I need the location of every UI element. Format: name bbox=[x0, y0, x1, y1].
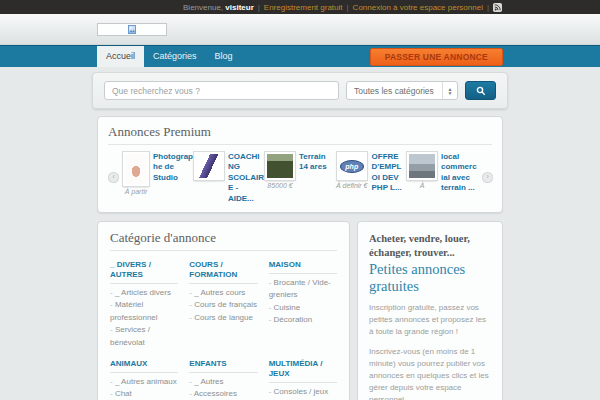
category-links: _ Autres Accessoires Baby sitting bbox=[189, 376, 257, 400]
topbar-links: | Enregistrement gratuit | Connexion à v… bbox=[258, 3, 483, 12]
category-group: _ DIVERS / AUTRES _ Articles divers Maté… bbox=[110, 260, 178, 349]
nav-tab[interactable]: Catégories bbox=[144, 46, 206, 67]
main-search-bar: Toutes les catégories ▲▼ bbox=[92, 72, 508, 109]
category-links: _ Autres cours Cours de français Cours d… bbox=[189, 287, 257, 324]
topbar: Bienvenue, visiteur | Enregistrement gra… bbox=[0, 0, 600, 14]
category-links: _ Articles divers Matériel professionnel… bbox=[110, 287, 178, 349]
nav-tab[interactable]: Accueil bbox=[97, 46, 144, 67]
premium-ad[interactable]: COACHING SCOLAIRE - AIDE... bbox=[194, 152, 265, 204]
separator: | bbox=[487, 3, 489, 12]
premium-ad-price: À bbox=[420, 182, 425, 189]
select-stepper-icon: ▲▼ bbox=[442, 82, 457, 99]
premium-ad-title[interactable]: Photographe de Studio bbox=[153, 152, 193, 204]
intro-heading: Acheter, vendre, louer, échanger, trouve… bbox=[369, 232, 491, 259]
category-group-link[interactable]: ENFANTS bbox=[189, 359, 257, 373]
category-link[interactable]: Décoration bbox=[269, 314, 337, 326]
category-link[interactable]: Services / bénévolat bbox=[110, 324, 178, 349]
search-button[interactable] bbox=[465, 81, 496, 100]
premium-ad[interactable]: php À définir € OFFRE D'EMPLOI DEV PHP L… bbox=[336, 152, 407, 204]
magnifier-icon bbox=[476, 86, 486, 96]
site-logo[interactable] bbox=[97, 23, 167, 36]
categories-grid: _ DIVERS / AUTRES _ Articles divers Maté… bbox=[110, 260, 337, 400]
premium-ad[interactable]: 85000 € Terrain 14 ares bbox=[265, 152, 336, 204]
php-logo: php bbox=[340, 160, 364, 173]
premium-items: À partir Photographe de Studio COACHING … bbox=[123, 152, 478, 204]
category-link[interactable]: _ Autres bbox=[189, 376, 257, 388]
nav-tab[interactable]: Blog bbox=[206, 46, 242, 67]
category-links: Brocante / Vide-greniers Cuisine Décorat… bbox=[269, 277, 337, 327]
carousel-next-icon[interactable]: › bbox=[482, 172, 493, 183]
search-input[interactable] bbox=[104, 81, 339, 100]
topbar-link[interactable]: Connexion à votre espace personnel bbox=[353, 3, 483, 12]
welcome-text: Bienvenue, visiteur bbox=[183, 3, 254, 12]
category-link[interactable]: Brocante / Vide-greniers bbox=[269, 277, 337, 302]
post-ad-button[interactable]: PASSER UNE ANNONCE bbox=[370, 48, 503, 66]
premium-ad-title[interactable]: OFFRE D'EMPLOI DEV PHP L... bbox=[372, 152, 407, 204]
premium-ad[interactable]: À partir Photographe de Studio bbox=[123, 152, 194, 204]
premium-ad-price: À définir € bbox=[336, 182, 368, 189]
category-group-link[interactable]: MAISON bbox=[269, 260, 337, 274]
category-links: Consoles / jeux vidéo Ordinateur / écran… bbox=[269, 386, 337, 400]
categories-title: Catégorie d'annonce bbox=[110, 230, 337, 251]
category-group-link[interactable]: ANIMAUX bbox=[110, 359, 178, 373]
premium-section: Annonces Premium ‹ À partir Photographe … bbox=[97, 116, 503, 213]
sidebar: Acheter, vendre, louer, échanger, trouve… bbox=[357, 221, 503, 400]
category-group: ENFANTS _ Autres Accessoires Baby sittin… bbox=[189, 359, 257, 400]
premium-ad-title[interactable]: Terrain 14 ares bbox=[299, 152, 336, 204]
premium-ad-thumbnail bbox=[265, 152, 295, 180]
premium-ad-title[interactable]: local commercial avec terrain ... bbox=[441, 152, 478, 204]
intro-paragraph: Inscrivez-vous (en moins de 1 minute) vo… bbox=[369, 346, 491, 400]
category-group-link[interactable]: MULTIMÉDIA / JEUX bbox=[269, 359, 337, 383]
category-link[interactable]: Accessoires bbox=[189, 388, 257, 400]
premium-ad[interactable]: À local commercial avec terrain ... bbox=[407, 152, 478, 204]
main-nav: Accueil Catégories Blog PASSER UNE ANNON… bbox=[0, 45, 600, 67]
premium-carousel: ‹ À partir Photographe de Studio bbox=[108, 152, 492, 204]
category-group: ANIMAUX _ Autres animaux Chat Chien bbox=[110, 359, 178, 400]
category-group-link[interactable]: _ DIVERS / AUTRES bbox=[110, 260, 178, 284]
broken-image-icon bbox=[128, 25, 136, 34]
separator: | bbox=[258, 3, 260, 12]
premium-ad-price: À partir bbox=[125, 188, 148, 195]
site-header bbox=[0, 14, 600, 45]
category-select-value: Toutes les catégories bbox=[347, 86, 434, 96]
category-link[interactable]: _ Articles divers bbox=[110, 287, 178, 299]
category-link[interactable]: Matériel professionnel bbox=[110, 299, 178, 324]
carousel-prev-icon[interactable]: ‹ bbox=[108, 172, 119, 183]
premium-ad-thumbnail bbox=[123, 152, 149, 186]
content: Annonces Premium ‹ À partir Photographe … bbox=[97, 116, 503, 400]
category-group: MULTIMÉDIA / JEUX Consoles / jeux vidéo … bbox=[269, 359, 337, 400]
category-link[interactable]: _ Autres animaux bbox=[110, 376, 178, 388]
premium-ad-thumbnail bbox=[407, 152, 437, 180]
category-link[interactable]: Cuisine bbox=[269, 302, 337, 314]
category-link[interactable]: Chat bbox=[110, 388, 178, 400]
intro-paragraph: Inscription gratuite, passez vos petites… bbox=[369, 302, 491, 338]
rss-icon[interactable] bbox=[493, 3, 502, 12]
premium-ad-thumbnail: php bbox=[337, 152, 367, 180]
category-select[interactable]: Toutes les catégories ▲▼ bbox=[346, 81, 458, 100]
category-links: _ Autres animaux Chat Chien bbox=[110, 376, 178, 400]
category-group-link[interactable]: COURS / FORMATION bbox=[189, 260, 257, 284]
category-link[interactable]: _ Autres cours bbox=[189, 287, 257, 299]
premium-ad-price: 85000 € bbox=[267, 182, 292, 189]
category-group: MAISON Brocante / Vide-greniers Cuisine … bbox=[269, 260, 337, 349]
category-link[interactable]: Cours de français bbox=[189, 299, 257, 311]
category-link[interactable]: Consoles / jeux vidéo bbox=[269, 386, 337, 400]
search-band: Toutes les catégories ▲▼ bbox=[0, 67, 600, 109]
category-link[interactable]: Cours de langue bbox=[189, 312, 257, 324]
premium-ad-thumbnail bbox=[194, 152, 224, 180]
intro-title: Petites annonces gratuites bbox=[369, 261, 491, 295]
category-group: COURS / FORMATION _ Autres cours Cours d… bbox=[189, 260, 257, 349]
intro-paragraphs: Inscription gratuite, passez vos petites… bbox=[369, 302, 491, 400]
premium-title: Annonces Premium bbox=[108, 124, 492, 145]
topbar-link[interactable]: Enregistrement gratuit bbox=[264, 3, 343, 12]
columns: Catégorie d'annonce _ DIVERS / AUTRES _ … bbox=[97, 221, 503, 400]
username: visiteur bbox=[225, 3, 253, 12]
nav-tabs: Accueil Catégories Blog bbox=[97, 46, 242, 67]
intro-box: Acheter, vendre, louer, échanger, trouve… bbox=[357, 221, 503, 400]
categories-section: Catégorie d'annonce _ DIVERS / AUTRES _ … bbox=[97, 221, 350, 400]
separator: | bbox=[347, 3, 349, 12]
premium-ad-title[interactable]: COACHING SCOLAIRE - AIDE... bbox=[228, 152, 265, 204]
